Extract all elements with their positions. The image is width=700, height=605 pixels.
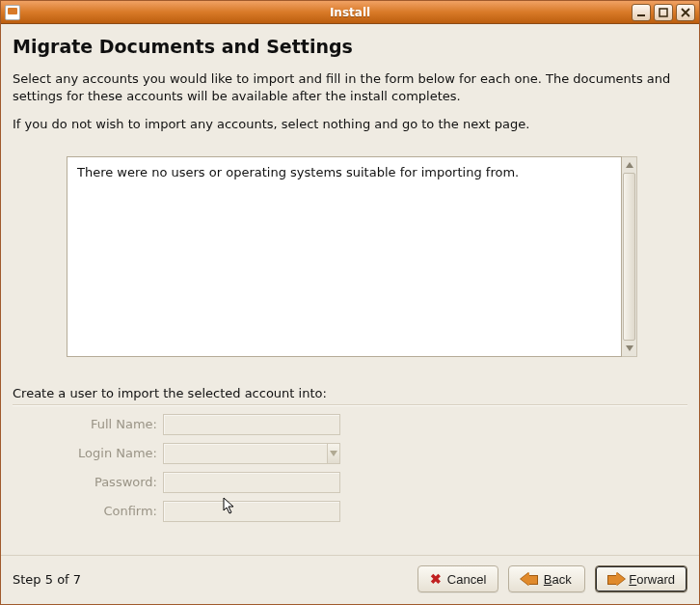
- scroll-up-icon[interactable]: [623, 158, 635, 172]
- close-button[interactable]: [676, 4, 695, 21]
- arrow-left-icon: [523, 573, 538, 585]
- login-name-field: [163, 443, 327, 464]
- forward-button[interactable]: Forward: [595, 565, 687, 592]
- login-name-label: Login Name:: [67, 446, 163, 460]
- scroll-down-icon[interactable]: [623, 342, 635, 355]
- password-label: Password:: [67, 475, 163, 489]
- intro-text-1: Select any accounts you would like to im…: [13, 70, 687, 104]
- password-field: [163, 472, 340, 493]
- full-name-field: [163, 414, 340, 435]
- arrow-right-icon: [607, 573, 623, 585]
- create-user-heading: Create a user to import the selected acc…: [13, 386, 687, 400]
- separator: [13, 404, 687, 406]
- minimize-button[interactable]: [632, 4, 651, 21]
- accounts-list[interactable]: There were no users or operating systems…: [67, 156, 637, 357]
- login-name-dropdown: [327, 443, 340, 464]
- back-label: Back: [544, 572, 572, 587]
- intro-text-2: If you do not wish to import any account…: [13, 116, 687, 133]
- cancel-button[interactable]: ✖ Cancel: [417, 565, 498, 592]
- accounts-empty-message: There were no users or operating systems…: [77, 165, 519, 179]
- app-icon: [5, 5, 20, 20]
- svg-rect-0: [637, 14, 645, 16]
- back-button[interactable]: Back: [508, 565, 585, 592]
- svg-rect-1: [660, 9, 667, 16]
- step-indicator: Step 5 of 7: [13, 572, 81, 587]
- forward-label: Forward: [629, 572, 675, 587]
- titlebar[interactable]: Install: [1, 1, 699, 24]
- full-name-label: Full Name:: [67, 417, 163, 431]
- window-title: Install: [1, 6, 699, 19]
- cancel-label: Cancel: [447, 572, 486, 587]
- confirm-label: Confirm:: [67, 504, 163, 518]
- cancel-icon: ✖: [430, 571, 442, 587]
- maximize-button[interactable]: [654, 4, 673, 21]
- page-title: Migrate Documents and Settings: [13, 36, 687, 57]
- confirm-field: [163, 501, 340, 522]
- scrollbar[interactable]: [622, 156, 637, 357]
- scroll-thumb[interactable]: [623, 173, 635, 341]
